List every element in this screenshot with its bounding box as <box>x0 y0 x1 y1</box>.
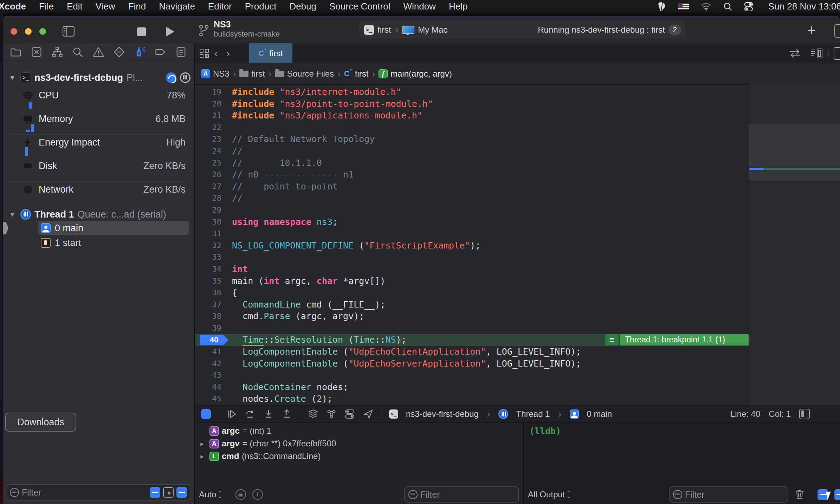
debug-area-toggle-icon[interactable] <box>799 409 810 419</box>
breakpoint-marker[interactable]: 40 <box>200 335 228 345</box>
debug-navigator-icon[interactable] <box>134 46 146 58</box>
chevron-down-icon[interactable]: ▾ <box>8 73 17 82</box>
line-number[interactable]: 37 <box>195 299 221 311</box>
line-number[interactable]: 34 <box>195 263 221 275</box>
jump-bar-item[interactable]: first <box>239 69 265 79</box>
quicklook-eye-icon[interactable]: ◉ <box>235 489 246 500</box>
console-pane-toggle-icon[interactable] <box>834 489 840 500</box>
forward-arrow[interactable]: › <box>222 47 234 59</box>
process-row[interactable]: ▾ >_ ns3-dev-first-debug Pl... <box>8 70 190 85</box>
menu-item-window[interactable]: Window <box>403 1 435 12</box>
breakpoint-navigator-icon[interactable] <box>154 46 166 58</box>
clear-console-trash-icon[interactable] <box>795 489 805 500</box>
menu-item-navigate[interactable]: Navigate <box>159 1 195 12</box>
line-number[interactable]: 39 <box>195 322 221 334</box>
filter-running-processes-icon[interactable] <box>150 487 160 498</box>
close-window-button[interactable] <box>11 28 17 35</box>
minimize-window-button[interactable] <box>25 28 32 35</box>
stop-button[interactable] <box>137 27 146 36</box>
filter-debugged-icon[interactable] <box>163 487 174 498</box>
downloads-button[interactable]: Downloads <box>5 413 76 432</box>
symbol-navigator-icon[interactable] <box>51 46 63 58</box>
issue-navigator-icon[interactable] <box>92 46 104 58</box>
zoom-window-button[interactable] <box>39 28 46 35</box>
view-hierarchy-button[interactable] <box>308 409 318 419</box>
menu-item-find[interactable]: Find <box>128 1 146 12</box>
source-control-navigator-icon[interactable] <box>31 46 43 58</box>
line-number[interactable]: 28 <box>195 192 221 204</box>
menu-item-help[interactable]: Help <box>449 1 467 12</box>
stack-frame-0-main[interactable]: 0 main <box>38 221 189 235</box>
line-number[interactable]: 27 <box>195 181 221 193</box>
add-editor-split-icon[interactable] <box>834 47 840 60</box>
stack-frame-1-start[interactable]: Ⅲ1 start <box>38 236 189 250</box>
wifi-icon[interactable] <box>701 2 711 11</box>
line-number[interactable]: 24 <box>195 145 221 157</box>
line-number[interactable]: 31 <box>195 228 221 240</box>
add-editor-button[interactable]: + <box>807 21 816 39</box>
status-app-icon[interactable] <box>658 2 666 12</box>
console-view[interactable]: (lldb) All Output ⌃⌄ Filter <box>523 422 840 504</box>
jump-bar-item[interactable]: ANS3 <box>201 69 230 79</box>
gauge-row-cpu[interactable]: CPU78% <box>9 88 186 111</box>
spotlight-search-icon[interactable] <box>723 2 732 11</box>
line-number[interactable]: 44 <box>195 381 221 393</box>
console-output-select[interactable]: All Output ⌃⌄ <box>528 490 571 499</box>
input-source-flag-icon[interactable] <box>678 3 689 10</box>
gauge-row-network[interactable]: NetworkZero KB/s <box>9 182 186 205</box>
line-number[interactable]: 29 <box>195 204 221 216</box>
line-number[interactable]: 43 <box>195 369 221 381</box>
line-number[interactable]: 23 <box>195 133 221 145</box>
back-arrow[interactable]: ‹ <box>210 47 222 59</box>
line-number[interactable]: 42 <box>195 358 221 370</box>
breakpoint-hit-badge[interactable]: Thread 1: breakpoint 1.1 (1) <box>620 334 749 345</box>
jump-bar[interactable]: ANS3›first›Source Files›C+first›fmain(ar… <box>195 63 840 85</box>
variables-filter-field[interactable]: Filter <box>404 486 519 503</box>
line-number[interactable]: 38 <box>195 310 221 322</box>
library-button-icon[interactable] <box>834 24 840 38</box>
debug-thread-name[interactable]: Thread 1 <box>516 409 550 419</box>
tab-first[interactable]: C+ first <box>249 43 292 63</box>
line-number[interactable]: 20 <box>195 98 221 110</box>
line-number[interactable]: 33 <box>195 251 221 263</box>
gauge-row-energy[interactable]: Energy ImpactHigh <box>9 135 186 158</box>
menu-clock[interactable]: Sun 28 Nov 13:06 <box>768 1 840 12</box>
menu-item-editor[interactable]: Editor <box>208 1 232 12</box>
line-number[interactable]: 25 <box>195 157 221 169</box>
report-navigator-icon[interactable] <box>175 46 187 58</box>
line-number[interactable]: 32 <box>195 240 221 252</box>
menu-item-debug[interactable]: Debug <box>289 1 316 12</box>
filter-flagged-icon[interactable] <box>176 487 187 498</box>
info-icon[interactable]: i <box>252 489 263 500</box>
simulate-location-button[interactable] <box>363 409 373 419</box>
toggle-navigator-icon[interactable] <box>63 26 75 37</box>
chevron-down-icon[interactable]: ▾ <box>8 210 17 219</box>
line-number[interactable]: 26 <box>195 169 221 181</box>
source-editor[interactable]: 19#include "ns3/internet-module.h"20#inc… <box>195 84 749 407</box>
thread-view-toggle-icon[interactable] <box>180 72 190 83</box>
disclosure-triangle-icon[interactable]: ▸ <box>198 452 207 460</box>
breakpoints-toggle-button[interactable] <box>201 409 211 419</box>
disclosure-triangle-icon[interactable]: ▸ <box>198 440 207 448</box>
test-navigator-icon[interactable] <box>113 46 125 58</box>
menu-item-source-control[interactable]: Source Control <box>329 1 390 12</box>
memory-graph-button[interactable] <box>326 409 337 419</box>
breakpoint-actions-icon[interactable]: ≡ <box>605 334 619 345</box>
step-over-button[interactable] <box>245 409 256 419</box>
line-number[interactable]: 22 <box>195 122 221 134</box>
run-button[interactable] <box>165 26 175 37</box>
variable-row-cmd[interactable]: ▸Lcmd(ns3::CommandLine) <box>195 450 523 463</box>
jump-bar-item[interactable]: fmain(argc, argv) <box>379 69 452 79</box>
line-number[interactable]: 21 <box>195 110 221 122</box>
control-center-icon[interactable] <box>744 2 756 11</box>
variables-view[interactable]: ▸Aargc= (int) 1▸Aargv= (char **) 0x7ffee… <box>195 422 523 504</box>
line-number[interactable]: 30 <box>195 216 221 228</box>
menu-item-product[interactable]: Product <box>245 1 277 12</box>
step-into-button[interactable] <box>263 409 274 419</box>
jump-bar-item[interactable]: C+first <box>344 69 369 79</box>
line-number[interactable]: 41 <box>195 346 221 358</box>
menu-item-view[interactable]: View <box>96 1 115 12</box>
console-filter-field[interactable]: Filter <box>669 486 788 503</box>
variable-row-argc[interactable]: ▸Aargc= (int) 1 <box>195 425 523 437</box>
line-number[interactable]: 45 <box>195 393 221 405</box>
